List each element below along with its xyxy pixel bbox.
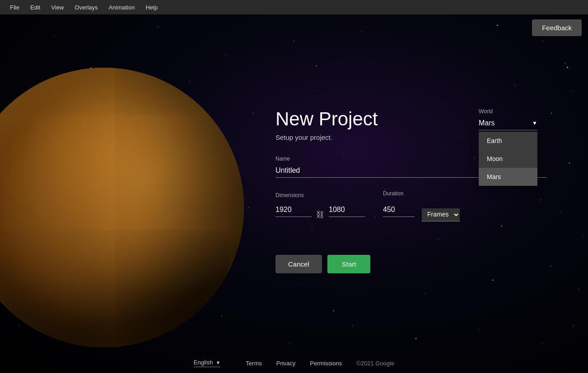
dimensions-group: Dimensions ⛓	[275, 192, 365, 220]
world-section: World Mars ▼ Earth Moon Mars	[479, 108, 537, 130]
duration-group: Duration Frames	[383, 190, 460, 221]
height-input[interactable]	[329, 204, 365, 217]
chevron-down-icon: ▼	[215, 360, 220, 365]
dimensions-label: Dimensions	[275, 192, 365, 198]
world-select-button[interactable]: Mars ▼	[479, 117, 537, 130]
start-button[interactable]: Start	[327, 255, 371, 273]
dimensions-duration-row: Dimensions ⛓ Duration Frames	[275, 190, 546, 221]
world-label: World	[479, 108, 537, 115]
chevron-down-icon: ▼	[532, 120, 537, 126]
language-selector[interactable]: English ▼	[194, 359, 221, 367]
footer: English ▼ Terms Privacy Permissions ©202…	[0, 353, 588, 373]
width-input[interactable]	[275, 204, 312, 217]
duration-label: Duration	[383, 190, 460, 197]
world-dropdown: Earth Moon Mars	[479, 132, 537, 186]
permissions-link[interactable]: Permissions	[310, 360, 342, 367]
link-icon: ⛓	[316, 210, 324, 220]
menu-animation[interactable]: Animation	[104, 2, 140, 13]
language-value: English	[194, 359, 213, 366]
terms-link[interactable]: Terms	[246, 360, 261, 367]
cancel-button[interactable]: Cancel	[275, 255, 322, 273]
menu-view[interactable]: View	[47, 2, 68, 13]
action-buttons: Cancel Start	[275, 255, 370, 273]
world-option-moon[interactable]: Moon	[479, 150, 537, 168]
menubar: File Edit View Overlays Animation Help	[0, 0, 588, 14]
world-selected-value: Mars	[479, 119, 495, 127]
copyright-text: ©2021 Google	[356, 360, 394, 367]
privacy-link[interactable]: Privacy	[276, 360, 296, 367]
menu-overlays[interactable]: Overlays	[70, 2, 102, 13]
world-option-earth[interactable]: Earth	[479, 132, 537, 150]
feedback-button[interactable]: Feedback	[532, 19, 582, 36]
menu-file[interactable]: File	[5, 2, 24, 13]
frames-select[interactable]: Frames	[422, 208, 460, 221]
menu-edit[interactable]: Edit	[26, 2, 45, 13]
menu-help[interactable]: Help	[141, 2, 162, 13]
world-option-mars[interactable]: Mars	[479, 168, 537, 186]
duration-input[interactable]	[383, 204, 415, 217]
